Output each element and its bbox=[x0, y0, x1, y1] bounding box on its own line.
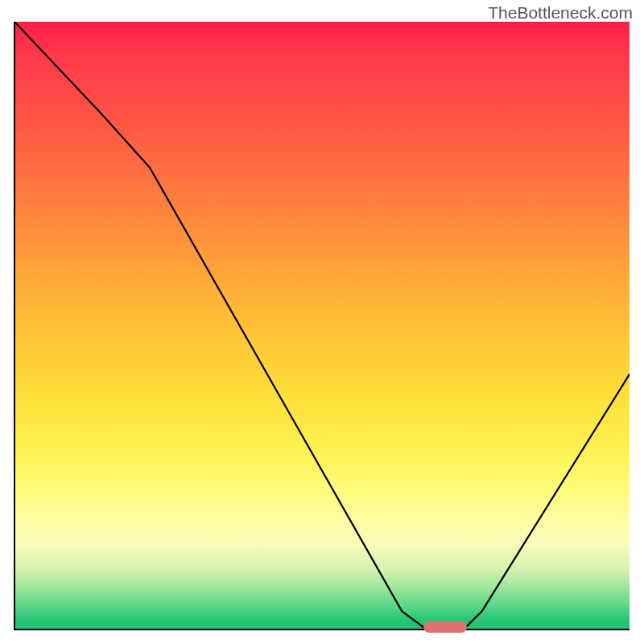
bottleneck-curve-path bbox=[14, 22, 630, 630]
plot-area bbox=[14, 22, 630, 630]
chart-container: TheBottleneck.com bbox=[0, 0, 644, 644]
curve-svg bbox=[14, 22, 630, 630]
optimal-marker bbox=[423, 621, 467, 633]
watermark-text: TheBottleneck.com bbox=[488, 3, 633, 23]
